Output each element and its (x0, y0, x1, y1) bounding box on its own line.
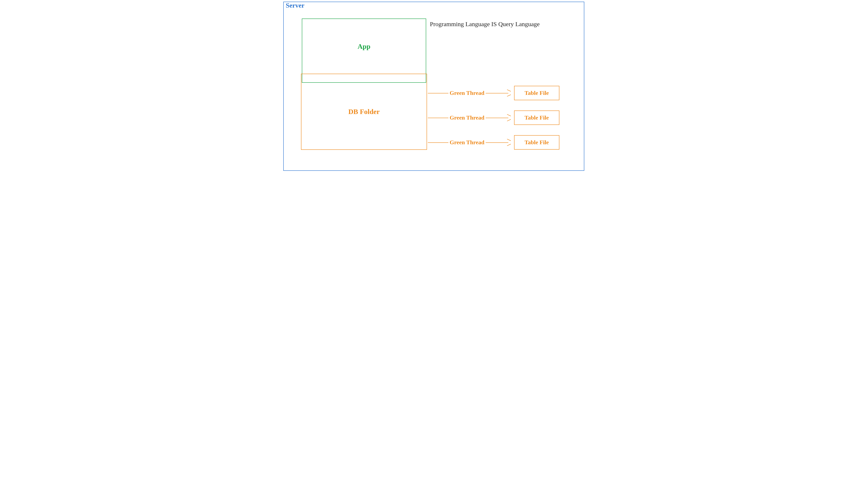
diagram-canvas: Server App DB Folder Programming Languag… (282, 0, 586, 173)
table-file-box-1: Table File (514, 110, 559, 125)
thread-row-0: Green Thread Table File (428, 87, 584, 99)
app-label: App (358, 43, 370, 50)
arrow-right-0 (486, 93, 510, 93)
thread-row-1: Green Thread Table File (428, 112, 584, 124)
server-label: Server (286, 2, 305, 9)
arrow-right-1 (486, 118, 510, 118)
arrow-left-0 (428, 93, 449, 93)
arrow-head-icon (507, 141, 511, 144)
arrow-head-icon (507, 116, 511, 119)
thread-label-0: Green Thread (449, 90, 486, 96)
arrow-left-2 (428, 142, 449, 143)
arrow-left-1 (428, 118, 449, 118)
table-file-box-2: Table File (514, 135, 559, 150)
thread-label-2: Green Thread (449, 139, 486, 146)
thread-label-1: Green Thread (449, 115, 486, 121)
arrow-head-icon (507, 91, 511, 95)
db-folder-label: DB Folder (348, 108, 380, 116)
thread-row-2: Green Thread Table File (428, 136, 584, 149)
arrow-right-2 (486, 142, 510, 143)
db-folder-box: DB Folder (301, 74, 427, 150)
tagline-label: Programming Language IS Query Language (430, 21, 580, 28)
table-file-box-0: Table File (514, 86, 559, 100)
app-box: App (302, 19, 426, 83)
